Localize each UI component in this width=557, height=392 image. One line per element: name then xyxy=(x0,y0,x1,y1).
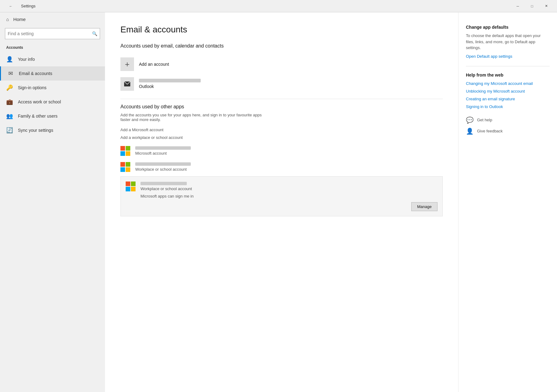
email-icon: ✉ xyxy=(7,70,14,77)
rp-actions: 💬 Get help 👤 Give feedback xyxy=(466,116,550,135)
ms-green-1 xyxy=(126,146,130,151)
expanded-sub-text: Microsoft apps can sign me in xyxy=(126,194,438,198)
ms-yellow-3 xyxy=(131,187,136,191)
your-info-icon: 👤 xyxy=(6,56,13,63)
app-window: ⌂ Home 🔍 Accounts 👤 Your info ✉ Email & … xyxy=(0,12,557,392)
sidebar-item-label: Your info xyxy=(18,57,35,62)
back-button[interactable]: ← xyxy=(4,0,18,12)
window-title: Settings xyxy=(21,4,36,8)
ms-account-info-1: Microsoft account xyxy=(135,146,191,156)
feedback-icon: 👤 xyxy=(466,127,473,135)
ms-yellow-1 xyxy=(126,151,130,156)
outlook-account-item[interactable]: Outlook xyxy=(120,74,443,94)
sync-icon: 🔄 xyxy=(6,127,13,134)
sidebar-item-sync[interactable]: 🔄 Sync your settings xyxy=(0,123,105,137)
sidebar-section-label: Accounts xyxy=(0,44,105,52)
minimize-icon: ─ xyxy=(517,4,519,8)
sidebar-item-email-accounts[interactable]: ✉ Email & accounts xyxy=(0,66,105,81)
main-content: Email & accounts Accounts used by email,… xyxy=(105,12,458,392)
right-panel: Change app defaults To choose the defaul… xyxy=(458,12,557,392)
outlook-icon-box xyxy=(120,77,134,91)
sidebar-item-label: Sign-in options xyxy=(18,85,47,90)
give-feedback-action[interactable]: 👤 Give feedback xyxy=(466,127,550,135)
ms-email-blur-1 xyxy=(135,146,191,150)
add-account-icon-box: + xyxy=(120,57,134,71)
manage-button[interactable]: Manage xyxy=(411,202,438,211)
section1-title: Accounts used by email, calendar and con… xyxy=(120,43,443,49)
title-bar-left: ← Settings xyxy=(4,0,36,12)
page-title: Email & accounts xyxy=(120,25,443,35)
change-defaults-desc: To choose the default apps that open you… xyxy=(466,33,550,51)
ms-account-type-1: Microsoft account xyxy=(135,151,191,156)
sidebar-item-label: Access work or school xyxy=(18,99,61,104)
work-icon: 💼 xyxy=(6,98,13,105)
change-defaults-title: Change app defaults xyxy=(466,25,550,30)
sidebar-item-label: Email & accounts xyxy=(19,71,52,76)
ms-logo-1 xyxy=(120,146,130,156)
ms-blue-2 xyxy=(120,167,125,172)
home-icon: ⌂ xyxy=(6,17,9,22)
ms-account-info-2: Workplace or school account xyxy=(135,162,191,172)
add-workplace-link[interactable]: Add a workplace or school account xyxy=(120,135,443,140)
expanded-account-box: Workplace or school account Microsoft ap… xyxy=(120,176,443,216)
outlook-email-blur xyxy=(139,79,201,82)
add-account-item[interactable]: + Add an account xyxy=(120,54,443,74)
help-link-4[interactable]: Signing in to Outlook xyxy=(466,104,550,109)
ms-account-row-1[interactable]: Microsoft account xyxy=(120,143,443,159)
ms-blue-3 xyxy=(126,187,130,191)
home-label: Home xyxy=(13,17,26,22)
help-web-title: Help from the web xyxy=(466,73,550,77)
expanded-account-info: Workplace or school account xyxy=(140,182,192,191)
back-icon: ← xyxy=(9,4,13,8)
add-microsoft-link[interactable]: Add a Microsoft account xyxy=(120,127,443,132)
sidebar-item-access-work[interactable]: 💼 Access work or school xyxy=(0,95,105,109)
title-bar: ← Settings ─ □ ✕ xyxy=(0,0,557,12)
ms-red-3 xyxy=(126,181,130,186)
help-link-2[interactable]: Unblocking my Microsoft account xyxy=(466,89,550,94)
search-icon: 🔍 xyxy=(92,31,97,36)
ms-green-3 xyxy=(131,181,136,186)
help-link-1[interactable]: Changing my Microsoft account email xyxy=(466,81,550,86)
minimize-button[interactable]: ─ xyxy=(511,0,525,12)
sidebar-item-home[interactable]: ⌂ Home xyxy=(0,12,105,26)
ms-account-row-2[interactable]: Workplace or school account xyxy=(120,159,443,175)
divider1 xyxy=(120,99,443,99)
window-controls: ─ □ ✕ xyxy=(511,0,553,12)
ms-account-type-2: Workplace or school account xyxy=(135,167,191,172)
sidebar: ⌂ Home 🔍 Accounts 👤 Your info ✉ Email & … xyxy=(0,12,105,392)
close-button[interactable]: ✕ xyxy=(539,0,553,12)
help-link-3[interactable]: Creating an email signature xyxy=(466,97,550,101)
search-box[interactable]: 🔍 xyxy=(5,28,100,39)
family-icon: 👥 xyxy=(6,113,13,119)
open-defaults-link[interactable]: Open Default app settings xyxy=(466,54,550,59)
expanded-account-type: Workplace or school account xyxy=(140,186,192,191)
ms-blue-1 xyxy=(120,151,125,156)
feedback-label: Give feedback xyxy=(477,129,503,133)
sidebar-item-label: Family & other users xyxy=(18,114,57,119)
sidebar-item-your-info[interactable]: 👤 Your info xyxy=(0,52,105,66)
close-icon: ✕ xyxy=(545,4,548,8)
outlook-label: Outlook xyxy=(139,84,154,89)
sidebar-item-label: Sync your settings xyxy=(18,128,53,133)
section2-title: Accounts used by other apps xyxy=(120,104,443,110)
ms-email-blur-2 xyxy=(135,162,191,166)
ms-red-2 xyxy=(120,162,125,167)
expanded-email-blur xyxy=(140,182,187,185)
maximize-icon: □ xyxy=(531,4,533,8)
expanded-account-row: Workplace or school account xyxy=(126,181,438,191)
sidebar-item-family[interactable]: 👥 Family & other users xyxy=(0,109,105,123)
ms-yellow-2 xyxy=(126,167,130,172)
sidebar-item-sign-in[interactable]: 🔑 Sign-in options xyxy=(0,81,105,95)
get-help-action[interactable]: 💬 Get help xyxy=(466,116,550,124)
ms-logo-3 xyxy=(126,181,136,191)
search-input[interactable] xyxy=(8,31,92,36)
maximize-button[interactable]: □ xyxy=(525,0,539,12)
get-help-label: Get help xyxy=(477,118,492,122)
rp-divider xyxy=(466,66,550,66)
ms-green-2 xyxy=(126,162,130,167)
ms-red-1 xyxy=(120,146,125,151)
get-help-icon: 💬 xyxy=(466,116,473,124)
section2-desc: Add the accounts you use for your apps h… xyxy=(120,113,269,122)
ms-logo-2 xyxy=(120,162,130,172)
add-account-label: Add an account xyxy=(139,62,169,67)
